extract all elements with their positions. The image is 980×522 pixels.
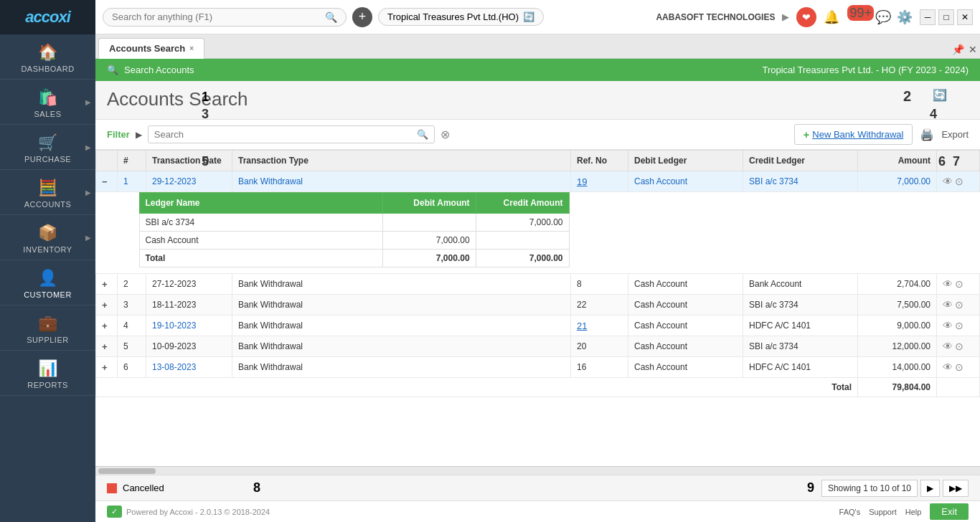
new-bank-withdrawal-button[interactable]: + New Bank Withdrawal [794, 124, 913, 145]
view-icon[interactable]: 👁 [943, 299, 953, 310]
help-link[interactable]: Help [905, 508, 922, 516]
tab-pin-icon[interactable]: 📌 [952, 44, 964, 55]
company-fy-label: Tropical Treasures Pvt Ltd. - HO (FY 202… [762, 65, 969, 75]
sub-table-row-2: Cash Account 7,000.00 [139, 232, 569, 250]
tab-label: Accounts Search [109, 43, 185, 54]
sub-ledger-2: Cash Account [139, 232, 382, 250]
clear-filter-icon[interactable]: ⊗ [440, 128, 450, 141]
settings-icon[interactable]: ⚙️ [897, 9, 913, 25]
scrollbar-thumb[interactable] [98, 468, 156, 474]
row-expand-cell[interactable]: + [96, 357, 118, 378]
support-link[interactable]: Support [869, 508, 897, 516]
global-search-box[interactable]: 🔍 [103, 8, 347, 27]
next-page-button[interactable]: ▶ [920, 480, 940, 497]
close-button[interactable]: ✕ [957, 9, 973, 25]
sub-col-debit: Debit Amount [382, 193, 476, 214]
sidebar-item-sales[interactable]: 🛍️ SALES ▶ [0, 80, 95, 125]
row-credit: SBI a/c 3734 [743, 336, 858, 357]
faq-link[interactable]: FAQ's [839, 508, 861, 516]
row-expand-cell[interactable]: + [96, 295, 118, 315]
num-badge-2: 2 [903, 88, 911, 105]
last-page-button[interactable]: ▶▶ [943, 480, 969, 497]
expand-icon[interactable]: + [102, 300, 108, 310]
sidebar-item-customer[interactable]: 👤 CUSTOMER [0, 260, 95, 305]
global-search-input[interactable] [112, 11, 325, 22]
grand-total-row: Total 79,804.00 [96, 378, 980, 397]
row-ref: 19 [571, 171, 628, 192]
bottom-bar-right: FAQ's Support Help Exit [839, 503, 969, 520]
more-icon[interactable]: ⊙ [955, 341, 963, 352]
topbar: 🔍 + Tropical Treasures Pvt Ltd.(HO) 🔄 AA… [95, 0, 980, 34]
sales-icon: 🛍️ [38, 88, 57, 107]
collapse-icon[interactable]: − [102, 176, 108, 187]
sub-total-credit: 7,000.00 [476, 250, 569, 267]
more-icon[interactable]: ⊙ [955, 278, 963, 290]
sidebar-item-dashboard[interactable]: 🏠 DASHBOARD [0, 34, 95, 80]
tabbar: Accounts Search × 📌 ✕ [95, 34, 980, 59]
row-actions: 👁 ⊙ [937, 274, 980, 295]
tab-close-icon[interactable]: × [189, 44, 194, 52]
row-expand-cell[interactable]: + [96, 274, 118, 295]
row-id: 6 [118, 357, 146, 378]
expand-icon[interactable]: + [102, 321, 108, 331]
sidebar-item-supplier[interactable]: 💼 SUPPLIER [0, 305, 95, 351]
sidebar-item-inventory[interactable]: 📦 INVENTORY ▶ [0, 215, 95, 260]
print-icon[interactable]: 🖨️ [920, 128, 934, 141]
view-icon[interactable]: 👁 [943, 320, 953, 331]
transactions-table: # Transaction Date Transaction Type Ref.… [95, 150, 980, 397]
num-badge-4: 4 [930, 107, 937, 122]
sidebar-label-dashboard: DASHBOARD [21, 65, 74, 73]
sub-debit-1 [382, 214, 476, 232]
row-date: 18-11-2023 [146, 295, 232, 315]
grand-total-label: Total [96, 378, 858, 397]
num-badge-5: 5 [202, 154, 209, 169]
sidebar-item-purchase[interactable]: 🛒 PURCHASE ▶ [0, 125, 95, 170]
expand-icon[interactable]: + [102, 362, 108, 373]
sub-credit-1: 7,000.00 [476, 214, 569, 232]
filter-expand-icon[interactable]: ▶ [136, 130, 142, 140]
sidebar: accoxi 🏠 DASHBOARD 🛍️ SALES ▶ 🛒 PURCHASE… [0, 0, 95, 522]
maximize-button[interactable]: □ [938, 9, 954, 25]
table-row: + 5 10-09-2023 Bank Withdrawal 20 Cash A… [96, 336, 980, 357]
table-search-box[interactable]: 🔍 [148, 125, 435, 143]
sidebar-item-accounts[interactable]: 🧮 ACCOUNTS ▶ [0, 170, 95, 215]
export-label[interactable]: Export [941, 129, 969, 140]
sidebar-label-customer: CUSTOMER [24, 290, 72, 299]
view-icon[interactable]: 👁 [943, 361, 953, 373]
add-button[interactable]: + [352, 7, 372, 27]
refresh-icon[interactable]: 🔄 [523, 11, 534, 22]
row-id: 2 [118, 274, 146, 295]
row-date: 13-08-2023 [146, 357, 232, 378]
table-wrapper: 5 6 7 # Transaction Date Transaction Typ… [95, 150, 980, 466]
expand-icon[interactable]: + [102, 341, 108, 352]
more-icon[interactable]: ⊙ [955, 299, 963, 310]
tab-close-all-icon[interactable]: ✕ [969, 44, 977, 55]
app-logo[interactable]: accoxi [0, 0, 95, 34]
horizontal-scrollbar[interactable] [95, 466, 980, 475]
notifications-icon[interactable]: 🔔 99+ [824, 9, 870, 25]
row-expand-cell[interactable]: + [96, 315, 118, 336]
view-icon[interactable]: 👁 [943, 341, 953, 352]
expand-icon[interactable]: + [102, 279, 108, 290]
more-icon[interactable]: ⊙ [955, 320, 963, 331]
table-search-input[interactable] [154, 129, 417, 140]
accounts-search-tab[interactable]: Accounts Search × [98, 38, 204, 59]
view-icon[interactable]: 👁 [943, 176, 953, 187]
filter-label[interactable]: Filter [107, 129, 130, 140]
sidebar-item-reports[interactable]: 📊 REPORTS [0, 351, 95, 396]
company-selector[interactable]: Tropical Treasures Pvt Ltd.(HO) 🔄 [378, 8, 544, 26]
user-avatar[interactable]: ❤ [796, 7, 816, 27]
refresh-page-icon[interactable]: 🔄 [933, 88, 947, 102]
more-icon[interactable]: ⊙ [955, 361, 963, 373]
sub-table-row-1: SBI a/c 3734 7,000.00 [139, 214, 569, 232]
messages-icon[interactable]: 💬 [875, 9, 891, 25]
row-expand-cell[interactable]: − [96, 171, 118, 192]
minimize-button[interactable]: ─ [920, 9, 936, 25]
row-expand-cell[interactable]: + [96, 336, 118, 357]
row-date: 27-12-2023 [146, 274, 232, 295]
purchase-chevron-icon: ▶ [85, 143, 91, 151]
more-icon[interactable]: ⊙ [955, 176, 963, 187]
row-id: 4 [118, 315, 146, 336]
exit-button[interactable]: Exit [930, 503, 969, 520]
view-icon[interactable]: 👁 [943, 278, 953, 290]
